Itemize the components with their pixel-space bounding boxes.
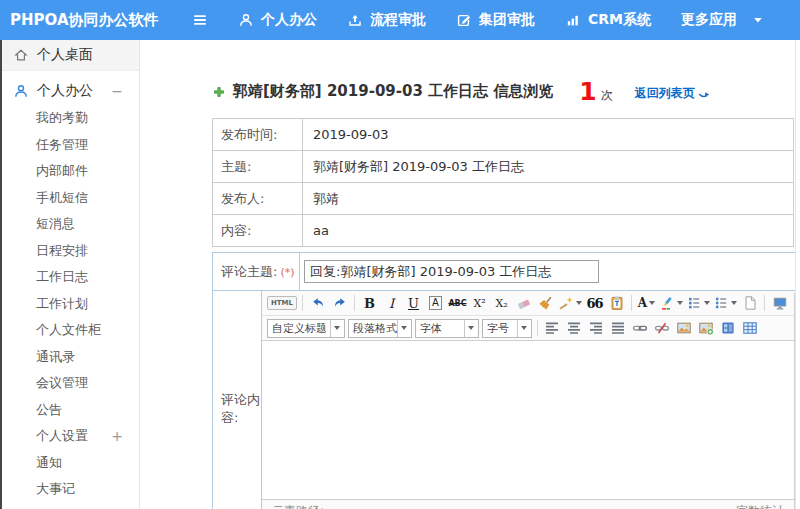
highlight-icon[interactable]: [659, 293, 683, 313]
sidebar-section-label: 个人办公: [37, 82, 93, 100]
unordered-list-icon[interactable]: [713, 293, 737, 313]
element-path-label: 元素路径:: [272, 503, 324, 509]
sidebar-item[interactable]: 会议管理: [0, 370, 139, 397]
ordered-list-icon[interactable]: [686, 293, 710, 313]
sidebar-item[interactable]: 工作日志: [0, 264, 139, 291]
hamburger-menu-icon[interactable]: [192, 12, 210, 28]
nav-label: 流程审批: [370, 11, 426, 29]
strikethrough-button-glyph: ABC: [448, 299, 466, 308]
bold-button[interactable]: B: [360, 293, 379, 313]
font-frame-button-glyph: A: [429, 296, 442, 310]
underline-button[interactable]: U: [404, 293, 423, 313]
home-icon: [13, 47, 29, 63]
sidebar-item[interactable]: 公告: [0, 397, 139, 424]
chevron-down-glyph: [401, 326, 407, 330]
redo-icon[interactable]: [330, 293, 349, 313]
app-logo: PHPOA协同办公软件: [10, 0, 159, 40]
nav-group-approval[interactable]: 集团审批: [456, 11, 535, 29]
undo-icon[interactable]: [308, 293, 327, 313]
nav-more-apps[interactable]: 更多应用: [681, 11, 766, 29]
sidebar-item[interactable]: 大事记: [0, 476, 139, 503]
new-page-icon[interactable]: [740, 293, 759, 313]
sidebar-item[interactable]: 个人设置+: [0, 423, 139, 450]
link-icon[interactable]: [631, 318, 650, 338]
font-color-button-glyph: A: [638, 296, 647, 310]
align-center-icon[interactable]: [565, 318, 584, 338]
nav-workflow-approval[interactable]: 流程审批: [347, 11, 426, 29]
autotypeset-icon[interactable]: [558, 293, 582, 313]
sidebar-item[interactable]: 通知: [0, 450, 139, 477]
strikethrough-button[interactable]: ABC: [448, 293, 467, 313]
source-code-button[interactable]: HTML: [267, 293, 297, 313]
media-icon[interactable]: [719, 318, 738, 338]
blockquote-button[interactable]: 66: [585, 293, 604, 313]
view-count: 1: [579, 79, 596, 104]
font-size-select[interactable]: 字号: [482, 319, 532, 338]
sidebar-item[interactable]: 任务管理: [0, 132, 139, 159]
align-right-icon[interactable]: [587, 318, 606, 338]
sidebar-item[interactable]: 短消息: [0, 211, 139, 238]
nav-crm-system[interactable]: CRM系统: [565, 11, 651, 29]
font-family-select[interactable]: 字体: [415, 319, 479, 338]
required-marker: (*): [280, 266, 294, 279]
align-justify-icon[interactable]: [609, 318, 628, 338]
custom-title-select[interactable]: 自定义标题: [267, 319, 345, 338]
font-frame-button[interactable]: A: [426, 293, 445, 313]
comment-subject-input[interactable]: [304, 260, 599, 283]
chevron-down-icon: [731, 301, 737, 305]
italic-button[interactable]: I: [382, 293, 401, 313]
font-family-select-value: 字体: [416, 321, 464, 336]
toolbar-separator: [302, 295, 303, 311]
info-label: 内容:: [213, 215, 303, 247]
edit-icon: [456, 12, 472, 28]
sidebar-item[interactable]: 工作计划: [0, 291, 139, 318]
main-content: 郭靖[财务部] 2019-09-03 工作日志 信息浏览 1 次 返回列表页 发…: [140, 40, 800, 509]
unlink-icon[interactable]: [653, 318, 672, 338]
source-code-button-glyph: HTML: [267, 296, 297, 310]
toolbar-separator: [537, 320, 538, 336]
chevron-down-glyph: [334, 326, 340, 330]
image-icon[interactable]: [675, 318, 694, 338]
nav-label: 个人办公: [261, 11, 317, 29]
info-value: 郭靖[财务部] 2019-09-03 工作日志: [303, 151, 794, 183]
chevron-down-glyph: [468, 326, 474, 330]
comment-form: 评论主题: (*) 评论内容: HTMLBIUAABCX²X₂66A 自定义标题…: [212, 252, 796, 509]
back-to-list-link[interactable]: 返回列表页: [635, 85, 711, 102]
toolbar-separator: [354, 295, 355, 311]
sidebar-item-desktop[interactable]: 个人桌面: [0, 40, 139, 71]
clear-doc-icon[interactable]: [536, 293, 555, 313]
font-color-button[interactable]: A: [637, 293, 656, 313]
fullscreen-icon[interactable]: [770, 293, 789, 313]
table-icon[interactable]: [741, 318, 760, 338]
rich-text-editor: HTMLBIUAABCX²X₂66A 自定义标题段落格式字体字号 元素路径: 字…: [262, 291, 795, 509]
sidebar-item[interactable]: 个人文件柜: [0, 317, 139, 344]
remove-format-icon[interactable]: [514, 293, 533, 313]
paste-icon[interactable]: [607, 293, 626, 313]
image-upload-icon[interactable]: [697, 318, 716, 338]
sidebar-item[interactable]: 我的考勤: [0, 105, 139, 132]
comment-content-label: 评论内容:: [213, 291, 262, 509]
sidebar-item[interactable]: 日程安排: [0, 238, 139, 265]
sidebar-item[interactable]: 内部邮件: [0, 158, 139, 185]
chevron-down-glyph: [521, 326, 527, 330]
expand-plus-icon[interactable]: +: [111, 423, 123, 450]
superscript-button[interactable]: X²: [470, 293, 489, 313]
sidebar-item[interactable]: 通讯录: [0, 344, 139, 371]
align-left-icon[interactable]: [543, 318, 562, 338]
editor-content[interactable]: [262, 341, 794, 499]
collapse-minus-icon[interactable]: −: [111, 83, 123, 99]
paragraph-format-select[interactable]: 段落格式: [348, 319, 412, 338]
superscript-button-glyph: X²: [473, 297, 485, 310]
chevron-down-icon: [704, 301, 710, 305]
sidebar-menu: 我的考勤任务管理内部邮件手机短信短消息日程安排工作日志工作计划个人文件柜通讯录会…: [0, 105, 139, 503]
sidebar-item[interactable]: 手机短信: [0, 185, 139, 212]
chevron-down-icon: [649, 301, 655, 305]
sidebar-desktop-label: 个人桌面: [37, 46, 93, 64]
scrollbar-track[interactable]: [795, 40, 800, 509]
comment-subject-cell: [300, 253, 795, 290]
nav-personal-office[interactable]: 个人办公: [238, 11, 317, 29]
subscript-button[interactable]: X₂: [492, 293, 511, 313]
sidebar-section-personal-office[interactable]: 个人办公 −: [0, 77, 139, 105]
info-value: 2019-09-03: [303, 119, 794, 151]
log-info-table: 发布时间:2019-09-03主题:郭靖[财务部] 2019-09-03 工作日…: [212, 118, 794, 247]
